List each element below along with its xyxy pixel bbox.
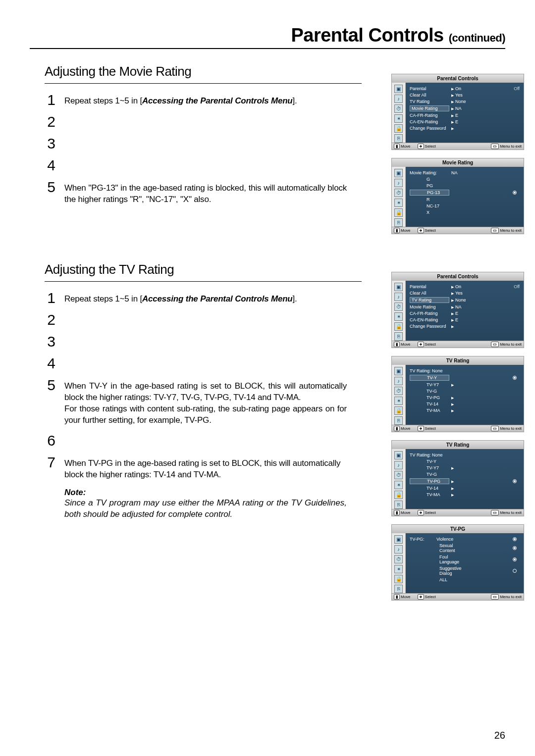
osd-tv-pg: TV-PG ▣♪⏱✶🔒⎘ TV-PG:ViolenceSexual Conten…: [391, 524, 524, 601]
osd-row[interactable]: CA-FR-RatingE: [409, 310, 521, 316]
page-title: Parental Controls (continued): [30, 25, 505, 49]
osd-row[interactable]: Change Password: [409, 125, 521, 131]
step-text: When TV-PG in the age-based rating is se…: [64, 455, 347, 481]
step-text: When "PG-13" in the age-based rating is …: [64, 180, 347, 205]
step-text: When TV-Y in the age-based rating is set…: [64, 378, 347, 426]
step-number: 1: [45, 93, 55, 107]
osd-row[interactable]: X: [409, 209, 521, 215]
step-number: 1: [45, 291, 55, 305]
step-number: 3: [45, 334, 55, 349]
osd-row[interactable]: CA-FR-RatingE: [409, 112, 521, 118]
osd-row[interactable]: Change Password: [409, 323, 521, 329]
step-number: 7: [45, 455, 55, 470]
step-number: 6: [45, 433, 55, 448]
osd-row[interactable]: TV-Y7: [409, 464, 521, 471]
step-number: 4: [45, 356, 55, 371]
spine-icon: 🔒: [394, 124, 403, 133]
tv-heading: Adjusting the TV Rating: [45, 262, 362, 277]
osd-row[interactable]: TV-14: [409, 401, 521, 407]
osd-row[interactable]: TV RatingNone: [409, 296, 521, 303]
tv-steps: 1 Repeat steps 1~5 in [Accessing the Par…: [30, 282, 352, 520]
header-main: Parental Controls: [291, 25, 443, 46]
osd-row[interactable]: TV RatingNone: [409, 98, 521, 104]
osd-row[interactable]: TV-PG: [409, 477, 521, 485]
osd-row[interactable]: PG-13: [409, 189, 521, 196]
step-number: 5: [45, 180, 55, 195]
note-text: Since a TV program may use either the MP…: [64, 498, 347, 520]
osd-row[interactable]: Sexual Content: [409, 542, 521, 554]
page-number: 26: [494, 730, 505, 741]
step-number: 4: [45, 158, 55, 173]
osd-row[interactable]: TV-Y: [409, 374, 521, 381]
step-number: 5: [45, 378, 55, 393]
osd-row[interactable]: Foul Language: [409, 554, 521, 565]
osd-row[interactable]: TV-G: [409, 388, 521, 394]
osd-row[interactable]: Movie RatingNA: [409, 303, 521, 310]
osd-movie-rating: Movie Rating ▣♪⏱✶🔒⎘ Movie Rating:NAGPGPG…: [391, 158, 524, 234]
spine-icon: ⎘: [394, 134, 403, 143]
osd-row[interactable]: TV-Y: [409, 458, 521, 464]
osd-row[interactable]: TV-MA: [409, 491, 521, 498]
osd-row[interactable]: TV-G: [409, 471, 521, 477]
osd-footer: ▮Move ⎆Select ▭Menu to exit: [392, 143, 524, 150]
osd-row[interactable]: Movie RatingNA: [409, 104, 521, 112]
step-number: 2: [45, 312, 55, 327]
osd-row[interactable]: CA-EN-RatingE: [409, 316, 521, 323]
step-number: 3: [45, 136, 55, 151]
spine-icon: ▣: [394, 85, 403, 93]
osd-row[interactable]: ParentalOnOff: [409, 85, 521, 92]
osd-tv-rating-1: TV Rating ▣♪⏱✶🔒⎘ TV Rating: NoneTV-YTV-Y…: [391, 356, 524, 432]
osd-parental-controls-tv: Parental Controls ▣♪⏱✶🔒⎘ ParentalOnOffCl…: [391, 272, 524, 348]
osd-row[interactable]: G: [409, 176, 521, 182]
osd-row[interactable]: R: [409, 196, 521, 202]
spine-icon: ⏱: [394, 104, 403, 113]
osd-title: Parental Controls: [392, 74, 524, 83]
osd-row[interactable]: TV-Y7: [409, 381, 521, 388]
spine-icon: ♪: [394, 95, 403, 103]
osd-row[interactable]: Suggestive Dialog: [409, 565, 521, 576]
osd-row[interactable]: NC-17: [409, 202, 521, 209]
header-sub: (continued): [449, 32, 505, 44]
osd-row[interactable]: PG: [409, 182, 521, 189]
osd-row[interactable]: CA-EN-RatingE: [409, 118, 521, 125]
spine-icon: ✶: [394, 114, 403, 123]
osd-row[interactable]: TV-PG: [409, 394, 521, 401]
osd-row[interactable]: TV-MA: [409, 407, 521, 413]
osd-title: Movie Rating: [392, 158, 524, 167]
osd-row[interactable]: ParentalOnOff: [409, 283, 521, 290]
step-text: Repeat steps 1~5 in [Accessing the Paren…: [64, 291, 297, 305]
step-number: 2: [45, 114, 55, 129]
osd-row[interactable]: Clear AllYes: [409, 290, 521, 296]
osd-spine: ▣ ♪ ⏱ ✶ 🔒 ⎘: [392, 83, 406, 143]
note-label: Note:: [64, 488, 352, 498]
step-text: Repeat steps 1~5 in [Accessing the Paren…: [64, 93, 297, 107]
osd-tv-rating-2: TV Rating ▣♪⏱✶🔒⎘ TV Rating: NoneTV-YTV-Y…: [391, 440, 524, 516]
osd-row[interactable]: Clear AllYes: [409, 92, 521, 98]
osd-row[interactable]: TV-14: [409, 485, 521, 491]
osd-row[interactable]: ALL: [409, 576, 521, 583]
movie-heading: Adjusting the Movie Rating: [45, 64, 362, 79]
movie-steps: 1 Repeat steps 1~5 in [Accessing the Par…: [30, 84, 352, 205]
osd-parental-controls-movie: Parental Controls ▣ ♪ ⏱ ✶ 🔒 ⎘ ParentalOn…: [391, 74, 524, 150]
